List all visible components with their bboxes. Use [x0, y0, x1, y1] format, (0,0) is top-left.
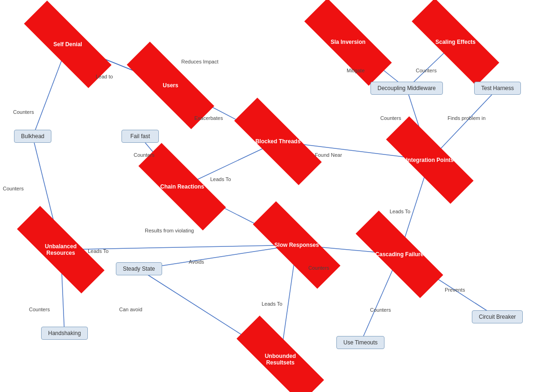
diagram-container: Self Denial Users Sla Inversion Scaling … — [0, 0, 555, 392]
edge-label: Avoids — [189, 259, 204, 265]
box-steady-state[interactable]: Steady State — [116, 262, 162, 275]
diamond-label-self-denial: Self Denial — [49, 41, 86, 48]
edge-label: Counters — [416, 68, 437, 73]
edge-label: Counters — [13, 109, 34, 115]
diamond-label-blocked-threads: Blocked Threads — [251, 138, 306, 145]
edge-label: Counters — [380, 115, 401, 121]
diamond-slow-responses[interactable]: Slow Responses — [266, 229, 327, 261]
diamond-label-scaling-effects: Scaling Effects — [431, 39, 480, 45]
edge-label: Prevents — [445, 287, 465, 293]
edge-label: Can avoid — [119, 307, 142, 312]
box-fail-fast[interactable]: Fail fast — [121, 130, 159, 143]
box-decoupling-middleware[interactable]: Decoupling Middleware — [370, 82, 443, 95]
diamond-self-denial[interactable]: Self Denial — [37, 28, 98, 61]
diamond-unbounded-resultsets[interactable]: Unbounded Resultsets — [250, 343, 311, 376]
diamond-integration-points[interactable]: Integration Points — [399, 144, 460, 176]
diamond-scaling-effects[interactable]: Scaling Effects — [425, 26, 486, 58]
diamond-label-unbounded-resultsets: Unbounded Resultsets — [250, 353, 311, 366]
box-handshaking[interactable]: Handshaking — [41, 327, 88, 340]
box-test-harness[interactable]: Test Harness — [474, 82, 521, 95]
diamond-label-users: Users — [158, 82, 183, 89]
diamond-blocked-threads[interactable]: Blocked Threads — [248, 125, 308, 158]
box-circuit-breaker[interactable]: Circuit Breaker — [472, 310, 523, 323]
edge-label: Found Near — [315, 152, 342, 158]
edge-label: Counters — [3, 186, 24, 191]
edge-label: Finds problem in — [448, 115, 485, 121]
diamond-label-chain-reactions: Chain Reactions — [156, 183, 209, 190]
diamond-chain-reactions[interactable]: Chain Reactions — [152, 170, 213, 203]
diamond-label-sla-inversion: Sla Inversion — [326, 39, 370, 45]
box-use-timeouts[interactable]: Use Timeouts — [336, 336, 384, 349]
edge-label: Leads To — [210, 176, 231, 182]
diamond-sla-inversion[interactable]: Sla Inversion — [318, 26, 378, 58]
edge-label: Counters — [370, 307, 391, 313]
box-bulkhead[interactable]: Bulkhead — [14, 130, 51, 143]
edge-label: Leads To — [390, 209, 410, 214]
edge-label: Results from violating — [145, 228, 194, 233]
diamond-cascading-failure[interactable]: Cascading Failure — [369, 238, 430, 271]
edge-label: Reduces Impact — [181, 59, 218, 64]
edge-label: Counters — [29, 307, 50, 312]
svg-line-13 — [61, 245, 297, 250]
edge-label: Leads To — [262, 301, 282, 307]
diamond-label-slow-responses: Slow Responses — [270, 242, 323, 248]
diamond-label-cascading-failure: Cascading Failure — [370, 251, 428, 258]
diamond-users[interactable]: Users — [140, 69, 201, 102]
diamond-label-integration-points: Integration Points — [401, 157, 458, 163]
diamond-label-unbalanced-resources: Unbalanced Resources — [30, 243, 91, 257]
diamond-unbalanced-resources[interactable]: Unbalanced Resources — [30, 233, 91, 266]
